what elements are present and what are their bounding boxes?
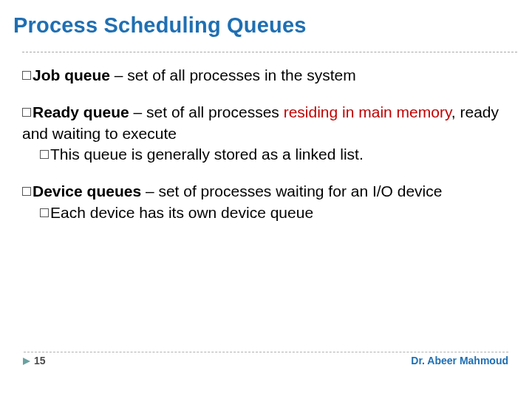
slide-title: Process Scheduling Queues [13, 13, 307, 38]
bullet-square-icon [22, 187, 31, 196]
bullet-square-icon [40, 150, 49, 159]
footer-divider [24, 352, 508, 352]
bullet-job-text: – set of all processes in the system [115, 66, 356, 83]
content-area: Job queue – set of all processes in the … [22, 65, 510, 239]
bullet-device-text: – set of processes waiting for an I/O de… [146, 183, 443, 200]
slide: Process Scheduling Queues Job queue – se… [0, 0, 532, 399]
author-name: Dr. Abeer Mahmoud [411, 355, 508, 366]
bullet-job: Job queue – set of all processes in the … [22, 65, 510, 86]
bullet-ready-red: residing in main memory [284, 103, 451, 120]
bullet-ready-bold: Ready queue [33, 103, 134, 120]
bullet-device-sub: Each device has its own device queue [50, 204, 313, 221]
bullet-ready: Ready queue – set of all processes resid… [22, 102, 510, 165]
bullet-ready-text1: – set of all processes [134, 103, 284, 120]
bullet-square-icon [40, 208, 49, 217]
bullet-square-icon [22, 108, 31, 117]
svg-marker-0 [23, 358, 30, 365]
bullet-device-bold: Device queues [33, 183, 146, 200]
bullet-device: Device queues – set of processes waiting… [22, 181, 510, 223]
title-divider [22, 52, 517, 52]
bullet-square-icon [22, 71, 31, 80]
page-number: 15 [34, 355, 46, 366]
footer-arrow-icon [21, 356, 32, 366]
bullet-job-bold: Job queue [33, 66, 115, 83]
bullet-ready-sub: This queue is generally stored as a link… [50, 146, 364, 163]
